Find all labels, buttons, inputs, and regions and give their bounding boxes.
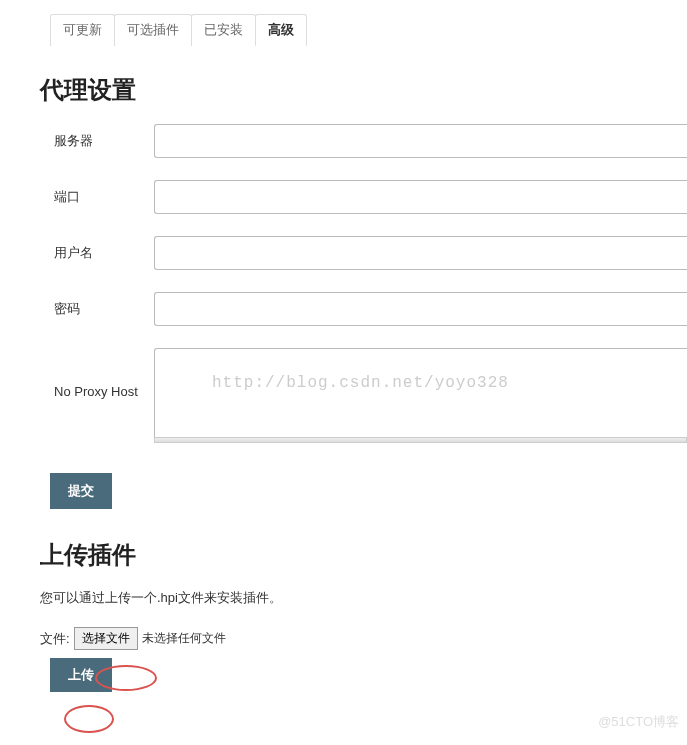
textarea-scrollbar[interactable] [154, 437, 687, 443]
tab-available[interactable]: 可选插件 [114, 14, 192, 46]
upload-button[interactable]: 上传 [50, 658, 112, 692]
server-row: 服务器 [54, 124, 687, 158]
tab-installed[interactable]: 已安装 [191, 14, 256, 46]
server-input[interactable] [154, 124, 687, 158]
noproxy-row: No Proxy Host [54, 348, 687, 443]
file-status: 未选择任何文件 [142, 630, 226, 647]
username-row: 用户名 [54, 236, 687, 270]
password-row: 密码 [54, 292, 687, 326]
tab-updatable[interactable]: 可更新 [50, 14, 115, 46]
upload-plugin-title: 上传插件 [40, 539, 687, 571]
plugin-tabs: 可更新 可选插件 已安装 高级 [50, 14, 687, 46]
watermark-site: @51CTO博客 [598, 713, 679, 731]
choose-file-button[interactable]: 选择文件 [74, 627, 138, 650]
file-label: 文件: [40, 630, 70, 648]
port-row: 端口 [54, 180, 687, 214]
noproxy-textarea[interactable] [154, 348, 687, 440]
proxy-settings-title: 代理设置 [40, 74, 687, 106]
file-row: 文件: 选择文件 未选择任何文件 [40, 627, 687, 650]
username-input[interactable] [154, 236, 687, 270]
tab-advanced[interactable]: 高级 [255, 14, 307, 46]
noproxy-label: No Proxy Host [54, 348, 154, 399]
port-label: 端口 [54, 180, 154, 206]
submit-button[interactable]: 提交 [50, 473, 112, 509]
port-input[interactable] [154, 180, 687, 214]
annotation-circle-upload [64, 705, 114, 733]
username-label: 用户名 [54, 236, 154, 262]
password-label: 密码 [54, 292, 154, 318]
upload-description: 您可以通过上传一个.hpi文件来安装插件。 [40, 589, 687, 607]
password-input[interactable] [154, 292, 687, 326]
server-label: 服务器 [54, 124, 154, 150]
